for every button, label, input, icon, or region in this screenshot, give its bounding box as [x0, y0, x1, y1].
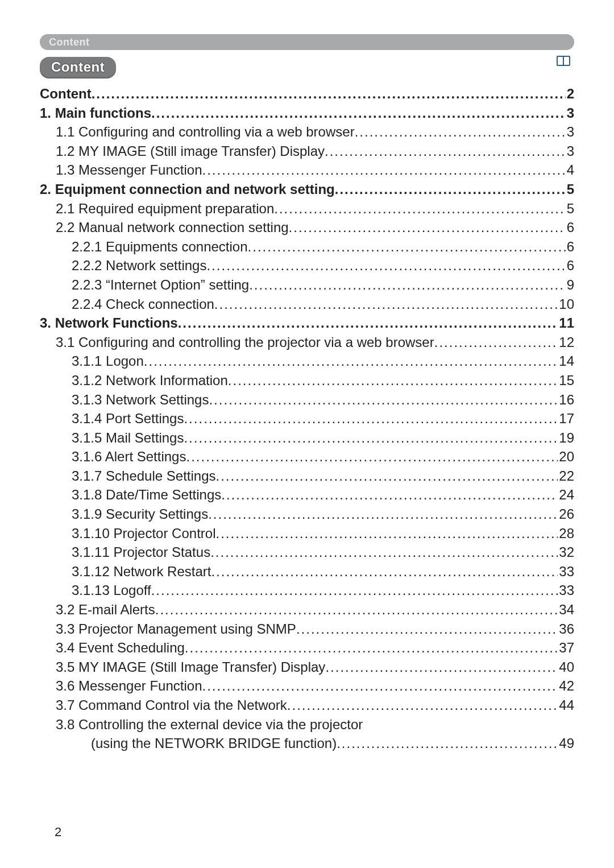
toc-label: 2.2.4 Check connection [72, 295, 214, 314]
toc-page: 2 [566, 84, 574, 104]
toc-entry[interactable]: 3. Network Functions11 [40, 313, 574, 333]
toc-label: 2.2.1 Equipments connection [72, 237, 248, 257]
toc-entry[interactable]: 3.1.13 Logoff33 [40, 581, 574, 600]
toc-label: 2.2.3 “Internet Option” setting [72, 275, 249, 295]
toc-page: 22 [558, 466, 574, 486]
toc-entry[interactable]: 1. Main functions3 [40, 104, 574, 123]
toc-leader-dots [206, 256, 565, 275]
toc-page: 49 [558, 734, 574, 753]
toc-entry[interactable]: 3.6 Messenger Function42 [40, 676, 574, 696]
toc-entry[interactable]: 3.1.4 Port Settings17 [40, 409, 574, 428]
toc-leader-dots [335, 180, 566, 199]
toc-entry[interactable]: 3.1.8 Date/Time Settings24 [40, 485, 574, 505]
toc-entry[interactable]: 1.2 MY IMAGE (Still image Transfer) Disp… [40, 142, 574, 161]
toc-page: 24 [558, 485, 574, 505]
toc-leader-dots [186, 447, 558, 466]
toc-label: 3.1.8 Date/Time Settings [72, 485, 221, 505]
toc-label: 1.1 Configuring and controlling via a we… [56, 122, 355, 142]
toc-page: 6 [566, 218, 574, 237]
toc-entry[interactable]: 3.5 MY IMAGE (Still Image Transfer) Disp… [40, 658, 574, 677]
toc-leader-dots [144, 352, 558, 371]
toc-label: 3.7 Command Control via the Network [56, 696, 287, 715]
toc-leader-dots [249, 275, 565, 295]
toc-entry[interactable]: 3.1 Configuring and controlling the proj… [40, 333, 574, 352]
toc-page: 14 [558, 352, 574, 371]
toc-page: 33 [558, 562, 574, 581]
toc-entry[interactable]: 3.1.2 Network Information15 [40, 371, 574, 390]
toc-entry[interactable]: 3.1.12 Network Restart33 [40, 562, 574, 581]
table-of-contents: Content21. Main functions31.1 Configurin… [40, 84, 574, 753]
toc-leader-dots [211, 562, 558, 581]
toc-entry[interactable]: 2.2.1 Equipments connection6 [40, 237, 574, 257]
toc-label: 3.1.7 Schedule Settings [72, 466, 216, 486]
toc-entry[interactable]: Content2 [40, 84, 574, 104]
toc-label: 2.2 Manual network connection setting [56, 218, 289, 237]
toc-entry[interactable]: 2.2.4 Check connection10 [40, 295, 574, 314]
toc-page: 3 [566, 122, 574, 142]
page-number: 2 [55, 825, 61, 840]
toc-page: 3 [566, 104, 574, 123]
toc-leader-dots [178, 313, 558, 333]
toc-entry[interactable]: 3.1.9 Security Settings26 [40, 505, 574, 524]
toc-label: 3.5 MY IMAGE (Still Image Transfer) Disp… [56, 658, 325, 677]
toc-label: 3.4 Event Scheduling [56, 638, 185, 658]
toc-entry[interactable]: 1.1 Configuring and controlling via a we… [40, 122, 574, 142]
toc-entry[interactable]: 3.1.11 Projector Status32 [40, 543, 574, 562]
toc-entry[interactable]: 2.2.3 “Internet Option” setting9 [40, 275, 574, 295]
toc-leader-dots [355, 122, 566, 142]
toc-entry[interactable]: 3.1.3 Network Settings16 [40, 390, 574, 410]
toc-label: 3.3 Projector Management using SNMP [56, 619, 296, 639]
toc-page: 33 [558, 581, 574, 600]
section-title: Content [51, 59, 105, 75]
toc-page: 44 [558, 696, 574, 715]
toc-label: 3.1.4 Port Settings [72, 409, 184, 428]
toc-leader-dots [209, 390, 558, 410]
toc-leader-dots [155, 600, 558, 619]
breadcrumb: Content [49, 36, 89, 48]
toc-label: 2.2.2 Network settings [72, 256, 206, 275]
toc-entry[interactable]: 2.2 Manual network connection setting6 [40, 218, 574, 237]
toc-entry[interactable]: 3.8 Controlling the external device via … [40, 715, 574, 734]
toc-entry[interactable]: 1.3 Messenger Function4 [40, 160, 574, 180]
toc-label: 2.1 Required equipment preparation [56, 199, 274, 218]
toc-entry[interactable]: 3.1.5 Mail Settings19 [40, 428, 574, 448]
toc-leader-dots [184, 409, 558, 428]
toc-entry[interactable]: 3.1.6 Alert Settings20 [40, 447, 574, 466]
book-icon [556, 55, 571, 67]
toc-leader-dots [202, 160, 565, 180]
toc-leader-dots [92, 84, 566, 104]
toc-entry[interactable]: 2.1 Required equipment preparation5 [40, 199, 574, 218]
toc-entry[interactable]: 3.3 Projector Management using SNMP36 [40, 619, 574, 639]
toc-entry[interactable]: 3.7 Command Control via the Network44 [40, 696, 574, 715]
toc-page: 20 [558, 447, 574, 466]
toc-leader-dots [289, 218, 566, 237]
toc-entry[interactable]: 2. Equipment connection and network sett… [40, 180, 574, 199]
toc-page: 5 [566, 180, 574, 199]
toc-entry[interactable]: 3.2 E-mail Alerts34 [40, 600, 574, 619]
toc-page: 19 [558, 428, 574, 448]
toc-entry[interactable]: 3.1.10 Projector Control28 [40, 524, 574, 543]
toc-leader-dots [151, 581, 558, 600]
toc-page: 34 [558, 600, 574, 619]
toc-entry[interactable]: 2.2.2 Network settings6 [40, 256, 574, 275]
toc-entry[interactable]: 3.4 Event Scheduling37 [40, 638, 574, 658]
toc-label: 3.1.3 Network Settings [72, 390, 209, 410]
toc-page: 40 [558, 658, 574, 677]
toc-label: Content [40, 84, 92, 104]
toc-label: 3.8 Controlling the external device via … [56, 715, 363, 734]
toc-label: 3.1.13 Logoff [72, 581, 151, 600]
toc-leader-dots [296, 619, 558, 639]
toc-page: 6 [566, 256, 574, 275]
toc-leader-dots [214, 295, 558, 314]
toc-page: 16 [558, 390, 574, 410]
toc-page: 15 [558, 371, 574, 390]
toc-label: 3.1.11 Projector Status [72, 543, 210, 562]
toc-leader-dots [210, 543, 558, 562]
toc-entry[interactable]: 3.1.1 Logon14 [40, 352, 574, 371]
toc-leader-dots [151, 104, 566, 123]
toc-entry-continuation[interactable]: (using the NETWORK BRIDGE function)49 [40, 734, 574, 753]
toc-label: 3.1.12 Network Restart [72, 562, 211, 581]
toc-label: 3.1.9 Security Settings [72, 505, 208, 524]
toc-label: 3.1.6 Alert Settings [72, 447, 186, 466]
toc-entry[interactable]: 3.1.7 Schedule Settings22 [40, 466, 574, 486]
